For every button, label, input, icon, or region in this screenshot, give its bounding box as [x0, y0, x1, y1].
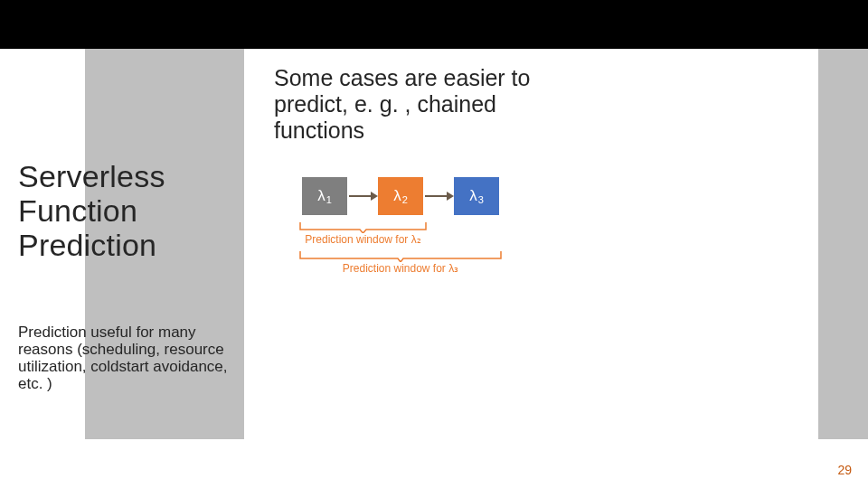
bracket-label: Prediction window for λ₃: [298, 262, 503, 275]
lambda-sub: 3: [478, 194, 484, 205]
chain-diagram: λ1 λ2 λ3 Prediction window for λ₂: [302, 177, 537, 275]
arrow-icon: [423, 190, 454, 202]
lambda-box-3: λ3: [454, 177, 499, 215]
gray-strip-right: [818, 49, 868, 439]
svg-marker-3: [447, 192, 454, 201]
lambda-glyph: λ: [393, 187, 401, 205]
body-heading: Some cases are easier to predict, e. g. …: [274, 65, 545, 143]
lambda-sub: 1: [326, 194, 332, 205]
slide-title: Serverless Function Prediction: [18, 159, 235, 262]
lambda-glyph: λ: [317, 187, 326, 205]
slide-subtitle: Prediction useful for many reasons (sche…: [18, 324, 244, 392]
lambda-box-1: λ1: [302, 177, 347, 215]
lambda-glyph: λ: [469, 187, 477, 205]
prediction-window-3: Prediction window for λ₃: [298, 249, 503, 275]
lambda-chain-row: λ1 λ2 λ3: [302, 177, 537, 215]
svg-marker-1: [371, 192, 378, 201]
lambda-box-2: λ2: [378, 177, 423, 215]
slide: Serverless Function Prediction Predictio…: [0, 0, 868, 488]
page-number: 29: [837, 463, 852, 477]
top-black-bar: [0, 0, 868, 49]
lambda-sub: 2: [402, 194, 408, 205]
bracket-label: Prediction window for λ₂: [298, 233, 428, 246]
prediction-window-2: Prediction window for λ₂: [298, 221, 428, 246]
arrow-icon: [347, 190, 378, 202]
